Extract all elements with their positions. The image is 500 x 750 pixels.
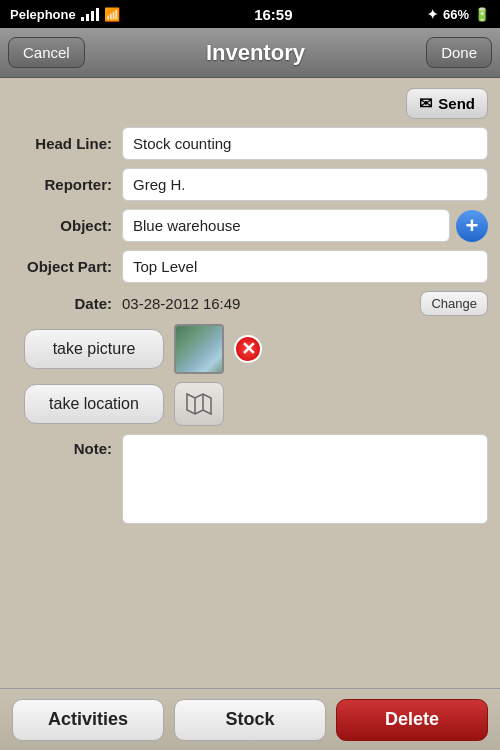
status-left: Pelephone 📶: [10, 7, 120, 22]
reporter-row: Reporter:: [12, 168, 488, 201]
carrier-label: Pelephone: [10, 7, 76, 22]
take-picture-row: take picture ✕: [12, 324, 488, 374]
date-value: 03-28-2012 16:49: [122, 295, 420, 312]
note-row: Note:: [12, 434, 488, 524]
headline-row: Head Line:: [12, 127, 488, 160]
date-row: Date: 03-28-2012 16:49 Change: [12, 291, 488, 316]
done-button[interactable]: Done: [426, 37, 492, 68]
wifi-icon: 📶: [104, 7, 120, 22]
change-date-button[interactable]: Change: [420, 291, 488, 316]
delete-button[interactable]: Delete: [336, 699, 488, 741]
headline-label: Head Line:: [12, 135, 122, 152]
object-row: Object: +: [12, 209, 488, 242]
photo-thumbnail: [174, 324, 224, 374]
bluetooth-icon: ✦: [427, 7, 438, 22]
envelope-icon: ✉: [419, 94, 432, 113]
take-location-row: take location: [12, 382, 488, 426]
form-content: ✉ Send Head Line: Reporter: Object: + Ob…: [0, 78, 500, 544]
svg-marker-0: [187, 394, 211, 414]
nav-bar: Cancel Inventory Done: [0, 28, 500, 78]
note-label: Note:: [12, 434, 122, 457]
take-location-button[interactable]: take location: [24, 384, 164, 424]
bottom-toolbar: Activities Stock Delete: [0, 688, 500, 750]
activities-button[interactable]: Activities: [12, 699, 164, 741]
time-label: 16:59: [254, 6, 292, 23]
date-label: Date:: [12, 295, 122, 312]
battery-level: 66%: [443, 7, 469, 22]
object-input-group: +: [122, 209, 488, 242]
take-picture-button[interactable]: take picture: [24, 329, 164, 369]
object-part-row: Object Part:: [12, 250, 488, 283]
add-object-button[interactable]: +: [456, 210, 488, 242]
send-label: Send: [438, 95, 475, 112]
cancel-button[interactable]: Cancel: [8, 37, 85, 68]
delete-photo-button[interactable]: ✕: [234, 335, 262, 363]
status-bar: Pelephone 📶 16:59 ✦ 66% 🔋: [0, 0, 500, 28]
stock-button[interactable]: Stock: [174, 699, 326, 741]
reporter-label: Reporter:: [12, 176, 122, 193]
photo-image: [176, 326, 222, 372]
object-label: Object:: [12, 217, 122, 234]
send-row: ✉ Send: [12, 88, 488, 119]
map-icon-button[interactable]: [174, 382, 224, 426]
headline-input[interactable]: [122, 127, 488, 160]
note-textarea[interactable]: [122, 434, 488, 524]
page-title: Inventory: [206, 40, 305, 66]
map-svg: [185, 390, 213, 418]
object-part-label: Object Part:: [12, 258, 122, 275]
object-input[interactable]: [122, 209, 450, 242]
reporter-input[interactable]: [122, 168, 488, 201]
object-part-input[interactable]: [122, 250, 488, 283]
send-button[interactable]: ✉ Send: [406, 88, 488, 119]
battery-icon: 🔋: [474, 7, 490, 22]
status-right: ✦ 66% 🔋: [427, 7, 490, 22]
signal-icon: [81, 7, 99, 21]
